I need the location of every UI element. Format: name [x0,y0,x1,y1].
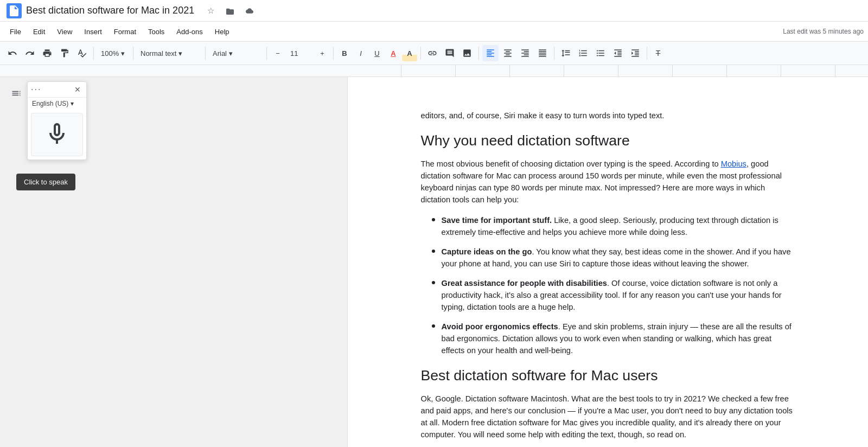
toolbar-divider-4 [266,47,267,60]
bullet-dot-4 [432,324,435,328]
click-to-speak-tooltip: Click to speak [16,174,75,190]
left-panel: ··· ✕ English (US) ▾ Click to speak [0,77,347,447]
title-bar: Best dictation software for Mac in 2021 … [0,0,868,22]
document-content[interactable]: editors, and, of course, Siri make it ea… [347,77,868,447]
toolbar-divider-6 [420,47,421,60]
print-button[interactable] [39,45,55,61]
numbered-list-button[interactable] [575,45,591,61]
main-area: ··· ✕ English (US) ▾ Click to speak [0,77,868,447]
menu-bar: File Edit View Insert Format Tools Add-o… [0,22,868,41]
bullet-dot-2 [432,250,435,253]
bullet-dot-1 [432,218,435,221]
voice-language-label: English (US) [32,100,68,107]
last-edit-status: Last edit was 5 minutes ago [783,28,864,35]
ruler [0,65,868,77]
clear-formatting-button[interactable]: T [650,45,666,61]
highlight-button[interactable]: A [402,45,417,61]
click-to-speak-text: Click to speak [24,178,68,186]
comment-button[interactable] [442,45,458,61]
font-select[interactable]: Arial ▾ [209,46,263,61]
list-item-capture-ideas: Capture ideas on the go. You know what t… [421,246,795,270]
mobius-link[interactable]: Mobius [721,159,746,168]
zoom-select[interactable]: 100% ▾ [97,46,130,61]
redo-button[interactable] [22,45,38,61]
voice-widget-header: ··· ✕ [28,82,86,98]
voice-language-select[interactable]: English (US) ▾ [28,98,86,110]
heading-why-dictation: Why you need dictation software [421,132,795,149]
list-item-disabilities: Great assistance for people with disabil… [421,277,795,313]
microphone-icon [44,121,70,149]
toolbar-divider-5 [333,47,334,60]
toolbar-divider-9 [647,47,647,60]
list-item-save-time: Save time for important stuff. Like, a g… [421,214,795,238]
undo-button[interactable] [4,45,21,61]
align-right-button[interactable] [517,45,533,61]
align-left-button[interactable] [482,45,499,61]
increase-indent-button[interactable] [627,45,643,61]
increase-font-size-button[interactable]: + [315,45,330,61]
menu-edit[interactable]: Edit [28,25,50,38]
paragraph-best-software: Ok, Google. Dictation software Macintosh… [421,393,795,440]
bold-button[interactable]: B [337,45,352,61]
document-page: editors, and, of course, Siri make it ea… [378,77,839,447]
toolbar-divider-7 [478,47,479,60]
menu-view[interactable]: View [52,25,78,38]
menu-help[interactable]: Help [209,25,235,38]
toolbar-divider-3 [205,47,206,60]
toolbar-divider-1 [93,47,94,60]
heading-best-software: Best dictation software for Mac users [421,367,795,384]
align-justify-button[interactable] [534,45,551,61]
underline-button[interactable]: U [369,45,385,61]
intro-paragraph: editors, and, of course, Siri make it ea… [421,110,795,122]
menu-addons[interactable]: Add-ons [171,25,208,38]
menu-insert[interactable]: Insert [79,25,107,38]
menu-file[interactable]: File [4,25,27,38]
spell-check-button[interactable] [74,45,90,61]
link-button[interactable] [424,45,441,61]
list-item-ergonomics-text: Avoid poor ergonomics effects. Eye and s… [442,321,795,356]
list-item-capture-ideas-text: Capture ideas on the go. You know what t… [442,246,795,270]
folder-button[interactable] [222,3,238,18]
line-spacing-button[interactable] [558,45,574,61]
star-button[interactable]: ☆ [203,3,218,18]
document-title: Best dictation software for Mac in 2021 [26,5,194,16]
cloud-save-button[interactable] [242,3,257,18]
list-item-ergonomics: Avoid poor ergonomics effects. Eye and s… [421,321,795,356]
list-item-disabilities-text: Great assistance for people with disabil… [442,277,795,313]
text-color-button[interactable]: A [386,45,401,61]
decrease-font-size-button[interactable]: − [270,45,285,61]
voice-widget-close-button[interactable]: ✕ [72,84,83,95]
google-docs-icon [7,3,22,18]
voice-mic-button[interactable] [31,113,83,156]
voice-widget-menu-button[interactable]: ··· [31,85,41,94]
toolbar-divider-2 [133,47,133,60]
bullet-dot-3 [432,281,435,284]
toolbar-divider-8 [554,47,554,60]
style-select[interactable]: Normal text ▾ [137,46,202,61]
align-center-button[interactable] [500,45,516,61]
paint-format-button[interactable] [56,45,73,61]
benefits-list: Save time for important stuff. Like, a g… [421,214,795,356]
ruler-canvas [347,65,868,76]
paragraph-dictation-benefits: The most obvious benefit of choosing dic… [421,158,795,206]
image-button[interactable] [459,45,475,61]
paragraph-before-link: The most obvious benefit of choosing dic… [421,159,721,168]
toolbar: 100% ▾ Normal text ▾ Arial ▾ − 11 + B I … [0,41,868,65]
list-item-save-time-text: Save time for important stuff. Like, a g… [442,214,795,238]
intro-text: editors, and, of course, Siri make it ea… [421,111,665,120]
decrease-indent-button[interactable] [610,45,626,61]
outline-button[interactable] [9,86,24,101]
bullet-list-button[interactable] [592,45,609,61]
menu-format[interactable]: Format [108,25,142,38]
menu-tools[interactable]: Tools [143,25,170,38]
font-size-select[interactable]: 11 [286,46,314,61]
italic-button[interactable]: I [353,45,368,61]
voice-input-widget: ··· ✕ English (US) ▾ [27,81,87,160]
voice-language-chevron: ▾ [71,100,74,107]
